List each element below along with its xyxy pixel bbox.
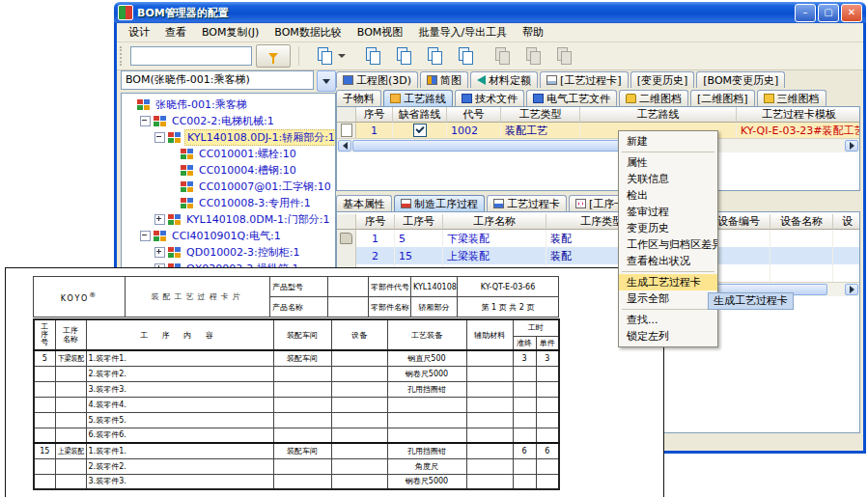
route-table-hscrollbar[interactable]	[337, 138, 859, 152]
tab-engineering-drawing-3d[interactable]: 工程图(3D)	[336, 71, 418, 88]
scroll-right-button[interactable]	[845, 140, 858, 152]
tree-item[interactable]: CC010008-3:专用件:1	[122, 195, 335, 211]
tab-2d-drawings-alt[interactable]: [二维图档]	[690, 90, 755, 106]
scrollbar-thumb[interactable]	[352, 140, 632, 152]
menu-bom-copy[interactable]: BOM复制(J)	[194, 23, 266, 41]
tab-basic-properties[interactable]: 基本属性	[336, 195, 392, 211]
menu-item-workspace-archive-diff[interactable]: 工作区与归档区差异	[619, 236, 717, 253]
tab-2d-drawings[interactable]: 二维图档	[619, 90, 688, 106]
tree-item[interactable]: CCI4010901Q:电气:1	[122, 228, 335, 244]
tree-item[interactable]: CC010007@01:工字钢:10	[122, 179, 335, 195]
col-hours: 工时	[513, 319, 559, 336]
copy-item-icon[interactable]	[394, 46, 415, 66]
maximize-button[interactable]: ▢	[818, 4, 839, 22]
disk-icon	[533, 94, 544, 103]
tree-item-root[interactable]: 张晓伟-001:乘客梯	[122, 97, 335, 113]
col-seq[interactable]: 序号	[356, 214, 395, 230]
page-info: 第 1 页 共 2 页	[458, 297, 559, 318]
menu-batch-import-export[interactable]: 批量导入/导出工具	[410, 23, 515, 41]
menu-item-lock-left-column[interactable]: 锁定左列	[619, 328, 717, 345]
product-name-value	[328, 297, 369, 318]
menu-item-show-all[interactable]: 显示全部	[619, 290, 717, 307]
tree-item[interactable]: CC010004:槽钢:10	[122, 162, 335, 179]
bom-node-icon	[181, 165, 194, 177]
scroll-left-button[interactable]	[338, 140, 351, 152]
menu-help[interactable]: 帮助	[515, 23, 551, 41]
tab-bom-change-history[interactable]: [BOM变更历史]	[696, 71, 785, 88]
menu-item-approval-process[interactable]: 签审过程	[619, 204, 717, 220]
chevron-down-icon	[322, 79, 330, 84]
process-row-selected[interactable]: 2 15 上梁装配 装配	[337, 247, 859, 264]
tree-item[interactable]: QD010002-3:控制柜:1	[122, 244, 335, 261]
tab-process-card-detail[interactable]: 工艺过程卡	[487, 195, 567, 211]
duplicate-icon[interactable]	[456, 46, 477, 66]
col-code[interactable]: 代号	[447, 107, 501, 123]
sketch-icon	[427, 75, 437, 85]
bom-node-icon	[168, 132, 182, 144]
menu-bom-compare[interactable]: BOM数据比较	[266, 23, 350, 41]
menu-view[interactable]: 查看	[157, 23, 194, 41]
menu-item-new[interactable]: 新建	[619, 133, 717, 150]
expand-icon[interactable]	[154, 214, 165, 225]
tree-item[interactable]: CC010001:螺栓:10	[122, 146, 335, 162]
route-table-row[interactable]: 1 1002 装配工艺 KY-QI-E-03-23#装配工艺	[337, 123, 859, 138]
search-input[interactable]	[130, 46, 252, 66]
col-process-type[interactable]: 工艺类型	[501, 107, 580, 123]
pages-dropdown-button[interactable]	[311, 45, 350, 67]
bom-combo-dropdown-button[interactable]	[317, 70, 336, 92]
koyo-logo: KOYO®	[34, 277, 126, 318]
default-route-checkbox[interactable]	[413, 124, 427, 137]
col-op-no: 工序号	[34, 319, 55, 350]
process-row[interactable]: 1 5 下梁装配 装配	[337, 230, 859, 247]
col-default-route[interactable]: 缺省路线	[393, 107, 447, 123]
expand-icon[interactable]	[154, 247, 165, 258]
menu-item-properties[interactable]: 属性	[619, 154, 717, 171]
tree-item-selected[interactable]: KYL140108.0DJ-1:轿厢部分:1	[122, 129, 335, 146]
menu-item-find[interactable]: 查找...	[619, 312, 717, 328]
col-equipment-model[interactable]: 设	[833, 214, 860, 230]
tab-electrical-process-files[interactable]: 电气工艺文件	[526, 90, 617, 106]
tab-3d-drawings[interactable]: 三维图档	[757, 90, 826, 106]
scroll-right-button[interactable]	[845, 284, 858, 295]
tab-change-history[interactable]: [变更历史]	[630, 71, 695, 88]
tab-material-quota[interactable]: 材料定额	[470, 71, 538, 88]
menu-item-view-checkout-status[interactable]: 查看检出状况	[619, 253, 717, 269]
route-table-header: 序号 缺省路线 代号 工艺类型 工艺路线 工艺过程卡模板	[337, 107, 859, 123]
menu-item-generate-process-card[interactable]: 生成工艺过程卡	[619, 274, 717, 290]
collapse-icon[interactable]	[140, 116, 151, 126]
app-icon	[118, 5, 133, 20]
close-button[interactable]: ✕	[841, 4, 862, 22]
menu-item-change-history[interactable]: 变更历史	[619, 220, 717, 236]
document-icon	[341, 124, 352, 137]
toolbar-grip[interactable]	[120, 46, 125, 66]
tab-process-card[interactable]: [工艺过程卡]	[540, 71, 629, 88]
tab-process-route[interactable]: 工艺路线	[383, 90, 453, 106]
col-process-route[interactable]: 工艺路线	[580, 107, 737, 123]
copy-structure-icon[interactable]	[363, 46, 384, 66]
menu-item-check-out[interactable]: 检出	[619, 187, 717, 204]
tab-sub-material[interactable]: 子物料	[336, 90, 381, 106]
tab-manufacturing-process[interactable]: 制造工序过程	[394, 195, 485, 211]
menu-bom-viewer[interactable]: BOM视图	[350, 23, 411, 41]
row-gutter	[337, 123, 356, 138]
part-name-label: 零部件名称	[369, 297, 411, 318]
col-equipment-name[interactable]: 设备名称	[770, 214, 833, 230]
collapse-icon[interactable]	[154, 132, 165, 143]
bom-combo-value[interactable]: BOM(张晓伟-001:乘客梯)	[121, 70, 314, 90]
menu-item-related-info[interactable]: 关联信息	[619, 171, 717, 187]
col-op-name[interactable]: 工序名称	[443, 214, 546, 230]
bom-node-icon	[154, 116, 167, 127]
menu-design[interactable]: 设计	[121, 23, 157, 41]
collapse-icon[interactable]	[140, 231, 151, 241]
title-bar[interactable]: BOM管理器的配置 – ▢ ✕	[114, 2, 866, 23]
tree-item[interactable]: KYL140108.0DM-1:门部分:1	[122, 211, 335, 228]
tab-technical-files[interactable]: 技术文件	[455, 90, 524, 106]
tree-item[interactable]: CC002-2:电梯机械:1	[122, 113, 335, 129]
col-card-template[interactable]: 工艺过程卡模板	[737, 107, 860, 123]
paste-icon[interactable]	[425, 46, 446, 66]
col-seq[interactable]: 序号	[356, 107, 393, 123]
col-op-no[interactable]: 工序号	[395, 214, 443, 230]
tab-sketch[interactable]: 简图	[420, 71, 468, 88]
minimize-button[interactable]: –	[795, 4, 816, 22]
filter-button[interactable]	[256, 44, 291, 68]
